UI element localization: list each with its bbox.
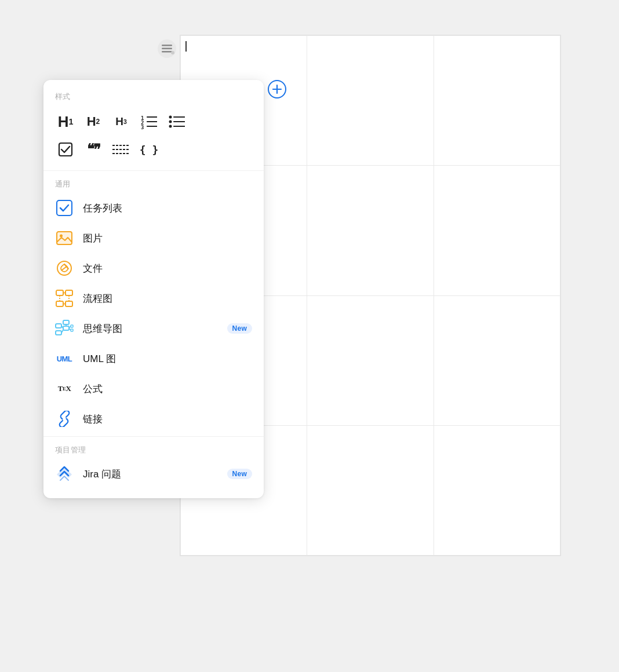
flowchart-svg (55, 289, 74, 308)
section-divider-2 (43, 436, 264, 437)
svg-point-24 (60, 235, 63, 238)
svg-rect-29 (65, 290, 72, 295)
plus-icon (272, 84, 282, 94)
svg-rect-43 (71, 325, 73, 327)
divider-icon (112, 143, 130, 156)
svg-rect-37 (56, 331, 61, 335)
editor-cell[interactable] (434, 36, 560, 166)
editor-cell[interactable] (434, 425, 560, 555)
menu-item-image[interactable]: 图片 (43, 223, 264, 253)
style-icons-row2: ❝❞ { } (43, 138, 264, 168)
h1-button[interactable]: H1 (53, 110, 78, 133)
image-icon (55, 229, 74, 247)
svg-rect-39 (63, 320, 69, 324)
mindmap-label: 思维导图 (83, 322, 218, 335)
svg-rect-44 (71, 329, 73, 331)
menu-item-jira[interactable]: Jira 问题 New (43, 459, 264, 489)
task-list-svg (56, 199, 73, 217)
task-list-label: 任务列表 (83, 202, 252, 215)
link-icon (55, 410, 74, 428)
text-cursor (185, 41, 187, 52)
mindmap-icon (55, 319, 74, 338)
unordered-list-icon (169, 114, 185, 129)
flowchart-label: 流程图 (83, 292, 252, 305)
menu-item-file[interactable]: 文件 (43, 253, 264, 283)
svg-rect-0 (162, 45, 172, 46)
mindmap-new-badge: New (227, 323, 252, 334)
svg-rect-22 (57, 232, 72, 244)
checkbox-style-icon (58, 142, 73, 157)
editor-cell[interactable] (307, 166, 434, 295)
formula-label: 公式 (83, 382, 252, 396)
flowchart-icon (55, 289, 74, 308)
svg-rect-38 (63, 326, 69, 330)
menu-icon-button[interactable] (158, 39, 176, 58)
task-list-icon (55, 199, 74, 217)
svg-rect-30 (56, 301, 63, 306)
jira-label: Jira 问题 (83, 468, 218, 481)
editor-cell[interactable] (307, 36, 434, 166)
h3-button[interactable]: H3 (108, 110, 134, 133)
editor-cell[interactable] (434, 166, 560, 295)
general-section-label: 通用 (43, 173, 264, 193)
ordered-list-icon: 1 2 3 (141, 114, 157, 129)
section-divider (43, 170, 264, 171)
mindmap-svg (55, 320, 74, 337)
file-label: 文件 (83, 262, 252, 275)
svg-point-13 (169, 125, 172, 128)
image-label: 图片 (83, 232, 252, 245)
svg-line-26 (62, 266, 67, 270)
insert-menu-panel: 样式 H1 H2 H3 1 2 3 (43, 80, 264, 498)
menu-item-uml[interactable]: UML UML 图 (43, 344, 264, 374)
uml-label: UML 图 (83, 352, 252, 366)
menu-item-formula[interactable]: TEX 公式 (43, 374, 264, 404)
editor-cell[interactable] (307, 295, 434, 425)
editor-cell[interactable] (307, 425, 434, 555)
jira-new-badge: New (227, 469, 252, 479)
image-svg (56, 229, 73, 247)
style-icons-row1: H1 H2 H3 1 2 3 (43, 108, 264, 138)
menu-item-link[interactable]: 链接 (43, 404, 264, 434)
formula-icon: TEX (55, 379, 74, 398)
file-svg (56, 260, 73, 277)
style-section-label: 样式 (43, 92, 264, 108)
svg-rect-28 (56, 290, 63, 295)
quote-button[interactable]: ❝❞ (81, 138, 106, 161)
svg-rect-36 (56, 324, 61, 328)
h2-button[interactable]: H2 (81, 110, 106, 133)
uml-icon: UML (55, 349, 74, 368)
menu-item-task-list[interactable]: 任务列表 (43, 193, 264, 223)
handle-dot (171, 51, 174, 54)
svg-rect-1 (162, 48, 172, 50)
link-svg (56, 411, 72, 427)
svg-rect-31 (65, 301, 72, 306)
unordered-list-button[interactable] (164, 110, 190, 133)
ordered-list-button[interactable]: 1 2 3 (136, 110, 162, 133)
divider-button[interactable] (108, 138, 134, 161)
menu-item-flowchart[interactable]: 流程图 (43, 283, 264, 313)
file-icon (55, 259, 74, 277)
checkbox-style-button[interactable] (53, 138, 78, 161)
project-section-label: 项目管理 (43, 439, 264, 459)
svg-rect-21 (57, 200, 72, 216)
jira-svg (56, 465, 73, 483)
svg-point-11 (169, 116, 172, 119)
menu-item-mindmap[interactable]: 思维导图 New (43, 313, 264, 344)
svg-point-12 (169, 120, 172, 123)
plus-insert-button[interactable] (268, 80, 286, 98)
link-label: 链接 (83, 412, 252, 426)
code-block-button[interactable]: { } (136, 138, 162, 161)
jira-icon (55, 465, 74, 483)
editor-cell[interactable] (434, 295, 560, 425)
svg-text:3: 3 (141, 125, 144, 129)
